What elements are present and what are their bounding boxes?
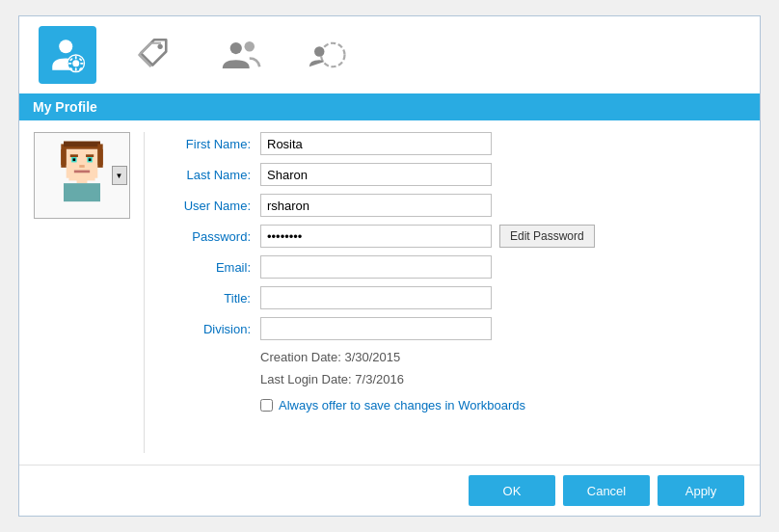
last-login-value: 7/3/2016: [355, 372, 404, 386]
svg-rect-5: [68, 63, 72, 65]
title-input[interactable]: [260, 286, 492, 309]
svg-rect-27: [79, 165, 84, 168]
profile-settings-icon[interactable]: [39, 26, 96, 84]
avatar-dropdown-button[interactable]: ▼: [112, 166, 127, 185]
svg-rect-23: [72, 158, 75, 161]
apply-button[interactable]: Apply: [658, 475, 744, 506]
svg-rect-30: [76, 178, 87, 183]
svg-rect-3: [75, 56, 77, 60]
first-name-input[interactable]: [260, 132, 492, 155]
svg-point-13: [245, 41, 255, 52]
title-label: Title:: [154, 291, 260, 306]
avatar-panel: ▼: [29, 132, 145, 453]
password-label: Password:: [154, 229, 260, 244]
form-panel: First Name: Last Name: User Name: Passwo…: [154, 132, 750, 453]
cancel-button[interactable]: Cancel: [563, 475, 650, 506]
creation-date-info: Creation Date: 3/30/2015: [154, 348, 750, 366]
footer: OK Cancel Apply: [19, 465, 760, 516]
svg-rect-31: [64, 183, 100, 201]
title-row: Title:: [154, 286, 750, 309]
creation-date-value: 3/30/2015: [344, 350, 400, 364]
svg-rect-20: [66, 149, 97, 178]
svg-rect-18: [64, 142, 100, 146]
last-login-info: Last Login Date: 7/3/2016: [154, 370, 750, 388]
avatar-image: [49, 139, 115, 212]
svg-point-12: [230, 42, 242, 54]
creation-date-label: Creation Date:: [260, 350, 341, 364]
svg-point-2: [72, 60, 79, 66]
password-input[interactable]: [260, 225, 492, 248]
last-name-row: Last Name:: [154, 163, 750, 186]
user-name-row: User Name:: [154, 194, 750, 217]
last-name-input[interactable]: [260, 163, 492, 186]
svg-point-0: [59, 40, 72, 53]
svg-rect-25: [69, 154, 77, 157]
division-input[interactable]: [260, 317, 492, 340]
svg-point-15: [314, 46, 325, 57]
email-label: Email:: [154, 260, 260, 275]
last-login-label: Last Login Date:: [260, 372, 352, 386]
tags-icon[interactable]: [125, 26, 183, 84]
user-name-input[interactable]: [260, 194, 492, 217]
email-input[interactable]: [260, 255, 492, 279]
section-title: My Profile: [33, 99, 97, 115]
svg-rect-33: [97, 149, 102, 168]
content-area: ▼ First Name: Last Name: User Name: Pass…: [19, 120, 760, 465]
first-name-label: First Name:: [154, 137, 260, 151]
ok-button[interactable]: OK: [469, 475, 555, 506]
user-circle-icon[interactable]: [299, 26, 357, 84]
svg-point-11: [158, 44, 163, 49]
avatar-box: ▼: [34, 132, 130, 219]
svg-rect-28: [73, 171, 89, 173]
checkbox-row: Always offer to save changes in Workboar…: [154, 392, 750, 418]
svg-rect-32: [61, 149, 66, 168]
section-header: My Profile: [19, 93, 760, 120]
password-row: Password: Edit Password: [154, 225, 750, 248]
svg-rect-26: [86, 154, 94, 157]
dialog: My Profile: [18, 15, 761, 517]
user-name-label: User Name:: [154, 199, 260, 213]
save-changes-checkbox[interactable]: [260, 399, 273, 412]
svg-point-14: [321, 43, 345, 67]
last-name-label: Last Name:: [154, 168, 260, 182]
users-icon[interactable]: [212, 26, 270, 84]
division-label: Division:: [154, 322, 260, 336]
first-name-row: First Name:: [154, 132, 750, 155]
division-row: Division:: [154, 317, 750, 340]
email-row: Email:: [154, 255, 750, 279]
svg-rect-6: [80, 63, 84, 65]
save-changes-label[interactable]: Always offer to save changes in Workboar…: [279, 398, 525, 412]
toolbar: [19, 16, 760, 93]
edit-password-button[interactable]: Edit Password: [499, 225, 595, 248]
svg-rect-24: [88, 158, 91, 161]
svg-rect-4: [75, 67, 77, 71]
